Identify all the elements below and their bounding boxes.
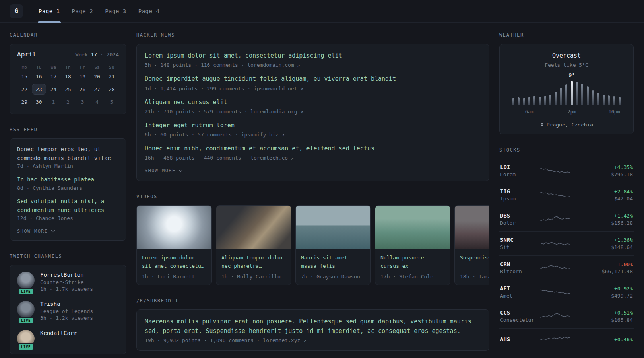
weather-bar	[527, 81, 532, 105]
video-title-link[interactable]: Lorem ipsum dolor sit amet consectetu…	[142, 254, 206, 270]
calendar-day[interactable]: 17	[46, 71, 61, 82]
weather-bar	[559, 81, 564, 105]
tab-page-2[interactable]: Page 2	[66, 0, 99, 22]
calendar-day[interactable]: 22	[17, 84, 32, 95]
stock-identity: SNRC Sit	[500, 237, 538, 250]
calendar-day[interactable]: 2	[61, 97, 76, 107]
stock-values: +0.51% $165.84	[611, 310, 633, 323]
hn-domain-link[interactable]: loremtech.co ↗	[250, 155, 294, 161]
subreddit-domain-link[interactable]: loremnet.xyz ↗	[263, 337, 306, 343]
video-meta: 1h · Molly Carrillo	[221, 274, 286, 280]
calendar-widget: CALENDAR April Week 17 · 2024 MoTuWeThFr…	[10, 32, 126, 114]
calendar-day[interactable]: 18	[61, 71, 76, 82]
weather-location[interactable]: Prague, Czechia	[507, 122, 626, 128]
channel-name[interactable]: ForrestBurton	[40, 272, 93, 278]
stock-row[interactable]: CCS Consectetur +0.51% $165.84	[499, 304, 634, 328]
video-card[interactable]: Suspendisse diam 18h · Tara	[454, 205, 489, 285]
calendar-day[interactable]: 30	[32, 97, 47, 107]
external-link-icon: ↗	[297, 62, 300, 68]
widget-title-videos: VIDEOS	[136, 194, 489, 199]
video-title-link[interactable]: Nullam posuere cursus ex	[380, 254, 445, 270]
video-title-link[interactable]: Aliquam tempor dolor nec pharetra…	[221, 254, 286, 270]
subreddit-post-link[interactable]: Maecenas mollis pulvinar erat non posuer…	[145, 317, 481, 336]
weather-time-label: 10pm	[609, 109, 620, 115]
video-card[interactable]: Aliquam tempor dolor nec pharetra… 1h · …	[216, 205, 291, 285]
video-card[interactable]: Mauris sit amet massa felis 7h · Grayson…	[295, 205, 371, 285]
widget-title-subreddit: /R/SUBREDDIT	[136, 298, 489, 304]
calendar-day[interactable]: 19	[75, 71, 90, 82]
channel-name[interactable]: KendallCarr	[40, 330, 77, 336]
calendar-day[interactable]: 26	[75, 84, 90, 95]
channel-name[interactable]: Trisha	[40, 301, 93, 307]
hn-item-link[interactable]: Donec enim nibh, condimentum et accumsan…	[145, 144, 481, 153]
calendar-weekday: Mo	[17, 64, 32, 71]
weather-bar	[548, 81, 553, 105]
stock-name: Dolor	[500, 220, 538, 226]
external-link-icon: ↗	[291, 155, 294, 161]
rss-item-link[interactable]: Sed volutpat nulla nisl, a condimentum n…	[17, 197, 119, 214]
stock-name: Consectetur	[500, 317, 538, 323]
calendar-day[interactable]: 4	[90, 97, 105, 107]
video-card[interactable]: Lorem ipsum dolor sit amet consectetu… 1…	[136, 205, 212, 285]
twitch-channel[interactable]: LIVE Trisha League of Legends 3h · 1.2k …	[17, 301, 119, 321]
calendar-day[interactable]: 25	[61, 84, 76, 95]
stock-row[interactable]: IIG Ipsum +2.84% $42.04	[499, 183, 634, 207]
calendar-day[interactable]: 24	[46, 84, 61, 95]
stock-row[interactable]: LDI Lorem +4.35% $795.18	[499, 159, 634, 183]
weather-bar	[511, 81, 516, 105]
weather-time-label: 6am	[525, 109, 534, 115]
rss-item-link[interactable]: Donec tempor eros leo, ut commodo mauris…	[17, 145, 119, 162]
location-pin-icon	[540, 122, 544, 127]
hn-item-link[interactable]: Aliquam nec cursus elit	[145, 98, 481, 107]
calendar-day[interactable]: 29	[17, 97, 32, 107]
stock-sparkline	[540, 165, 571, 176]
stock-row[interactable]: SNRC Sit +1.36% $148.64	[499, 231, 634, 255]
hn-domain-link[interactable]: loremlandia.org ↗	[250, 109, 303, 115]
calendar-card: April Week 17 · 2024 MoTuWeThFrSaSu 1516…	[10, 44, 126, 114]
hackernews-widget: HACKER NEWS Lorem ipsum dolor sit amet, …	[136, 32, 489, 181]
stock-row[interactable]: DBS Dolor +1.42% $156.28	[499, 207, 634, 231]
rss-show-more-button[interactable]: SHOW MORE	[17, 228, 119, 234]
calendar-day[interactable]: 21	[104, 71, 119, 82]
tab-page-3[interactable]: Page 3	[99, 0, 132, 22]
avatar-image	[17, 272, 35, 289]
hn-domain-link[interactable]: loremdomain.com ↗	[247, 62, 300, 68]
stock-ticker: AHS	[500, 336, 538, 342]
hn-item-link[interactable]: Donec imperdiet augue tincidunt felis al…	[145, 74, 481, 84]
calendar-day[interactable]: 27	[90, 84, 105, 95]
video-meta: 7h · Grayson Dawson	[301, 274, 365, 280]
video-title-link[interactable]: Mauris sit amet massa felis	[301, 254, 365, 270]
twitch-channel[interactable]: LIVE KendallCarr	[17, 330, 119, 347]
stock-name: Sit	[500, 244, 538, 250]
calendar-day-selected[interactable]: 23	[32, 84, 47, 95]
calendar-day[interactable]: 16	[32, 71, 47, 82]
weather-widget: WEATHER Overcast Feels like 5°C 9° 6am2p…	[499, 32, 634, 134]
calendar-day[interactable]: 15	[17, 71, 32, 82]
app-logo[interactable]: G	[10, 4, 23, 18]
calendar-day[interactable]: 5	[104, 97, 119, 107]
calendar-day[interactable]: 3	[75, 97, 90, 107]
stock-row[interactable]: AET Amet +0.92% $499.72	[499, 280, 634, 304]
calendar-day[interactable]: 20	[90, 71, 105, 82]
tab-page-4[interactable]: Page 4	[132, 0, 166, 22]
stock-values: +4.35% $795.18	[611, 164, 633, 177]
rss-item-link[interactable]: In hac habitasse platea	[17, 175, 119, 184]
page-tabs: Page 1Page 2Page 3Page 4	[33, 0, 165, 22]
tab-page-1[interactable]: Page 1	[33, 0, 66, 22]
stock-row[interactable]: AHS +0.46%	[499, 328, 634, 350]
hn-item: Donec imperdiet augue tincidunt felis al…	[145, 74, 481, 91]
hackernews-show-more-button[interactable]: SHOW MORE	[145, 168, 481, 173]
hn-domain-link[interactable]: ipsumworld.net ↗	[254, 86, 303, 91]
subreddit-post-meta: 19h · 9,932 points · 1,090 comments · lo…	[145, 337, 481, 343]
video-title-link[interactable]: Suspendisse diam	[460, 254, 489, 270]
video-card[interactable]: Nullam posuere cursus ex 17h · Stefan Co…	[375, 205, 450, 285]
stock-row[interactable]: CRN Bitcorn -1.00% $66,171.48	[499, 255, 634, 280]
calendar-day[interactable]: 28	[104, 84, 119, 95]
hn-item-link[interactable]: Integer eget rutrum lorem	[145, 121, 481, 130]
stock-sparkline	[540, 311, 571, 322]
hn-domain-link[interactable]: ipsumify.biz ↗	[241, 132, 285, 138]
calendar-day[interactable]: 1	[46, 97, 61, 107]
channel-category: League of Legends	[40, 308, 93, 314]
twitch-channel[interactable]: LIVE ForrestBurton Counter-Strike 1h · 1…	[17, 272, 119, 292]
hn-item-link[interactable]: Lorem ipsum dolor sit amet, consectetur …	[145, 51, 481, 60]
